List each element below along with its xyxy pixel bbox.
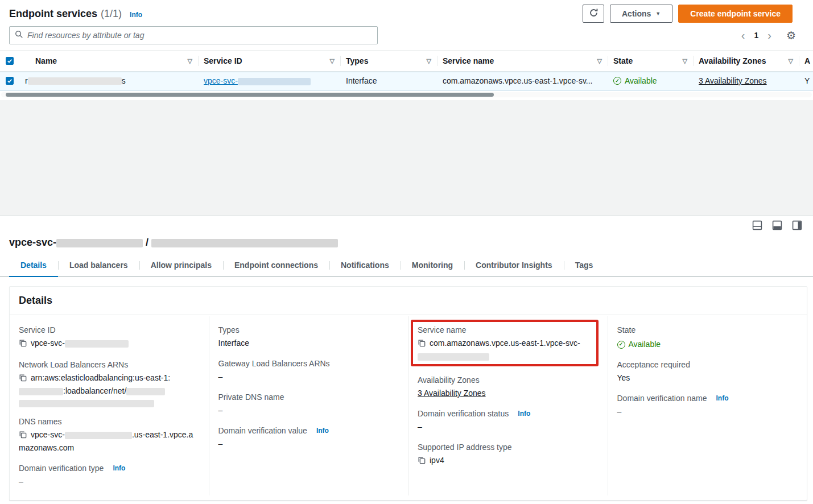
field-domain-verification-type: Domain verification type Info – (19, 464, 197, 488)
tab-notifications[interactable]: Notifications (329, 255, 401, 276)
current-page[interactable]: 1 (754, 31, 758, 40)
details-card-heading: Details (10, 287, 807, 315)
tab-allow-principals[interactable]: Allow principals (139, 255, 223, 276)
column-header-types[interactable]: Types ▽ (340, 51, 437, 71)
field-gateway-load-balancer-arns: Gateway Load Balancers ARNs – (218, 359, 397, 383)
header-info-link[interactable]: Info (130, 11, 142, 19)
sort-icon: ▽ (188, 57, 192, 65)
availability-zones-link[interactable]: 3 Availability Zones (699, 76, 767, 85)
copy-icon[interactable] (19, 430, 27, 442)
row-checkbox[interactable] (0, 77, 19, 85)
redacted-text (238, 78, 311, 85)
checkbox-checked-icon[interactable] (6, 57, 14, 65)
copy-icon[interactable] (19, 373, 27, 385)
status-badge: ✓ Available (617, 338, 661, 350)
search-box[interactable] (9, 26, 378, 44)
sort-icon: ▽ (683, 57, 687, 65)
copy-icon[interactable] (19, 338, 27, 350)
sort-icon: ▽ (427, 57, 431, 65)
availability-zones-link[interactable]: 3 Availability Zones (418, 389, 486, 398)
details-column-1: Service ID vpce-svc- Network Load Balanc… (10, 316, 209, 495)
page-title: Endpoint services (9, 8, 97, 20)
tab-monitoring[interactable]: Monitoring (401, 255, 464, 276)
field-supported-ip-address-type: Supported IP address type ipv4 (418, 443, 596, 468)
redacted-text (19, 388, 63, 395)
redacted-text (56, 239, 143, 247)
chevron-down-icon: ▼ (655, 11, 661, 16)
redacted-text (418, 353, 489, 361)
info-link[interactable]: Info (518, 410, 530, 418)
select-all-checkbox[interactable] (0, 57, 19, 65)
column-header-partial[interactable]: A (799, 51, 813, 71)
details-card: Details Service ID vpce-svc- Network Loa… (9, 286, 807, 501)
row-service-id: vpce-svc- (198, 76, 340, 85)
copy-icon[interactable] (418, 456, 426, 468)
next-page-button[interactable]: › (767, 30, 771, 41)
redacted-text (19, 400, 154, 407)
field-domain-verification-value: Domain verification value Info – (218, 426, 397, 450)
row-service-name: com.amazonaws.vpce.us-east-1.vpce-sv... (437, 76, 608, 85)
create-endpoint-service-button[interactable]: Create endpoint service (678, 5, 793, 23)
info-link[interactable]: Info (113, 464, 125, 472)
panel-position-split-icon[interactable] (772, 220, 783, 231)
status-badge: ✓ Available (613, 76, 657, 85)
field-service-name: Service name com.amazonaws.vpce.us-east-… (418, 325, 596, 361)
detail-split-panel: vpce-svc- / Details Load balancers Allow… (0, 216, 813, 504)
detail-tabs: Details Load balancers Allow principals … (0, 255, 813, 277)
details-column-3: Service name com.amazonaws.vpce.us-east-… (408, 316, 608, 495)
column-header-service-name[interactable]: Service name ▽ (437, 51, 608, 71)
copy-icon[interactable] (418, 338, 426, 350)
row-state: ✓ Available (608, 76, 693, 85)
redacted-text (126, 388, 165, 395)
panel-position-side-icon[interactable] (792, 220, 803, 231)
info-link[interactable]: Info (316, 427, 329, 435)
scrollbar-thumb[interactable] (6, 93, 494, 97)
row-availability-zones: 3 Availability Zones (693, 76, 799, 85)
field-dns-names: DNS names vpce-svc-.us-east-1.vpce.amazo… (19, 417, 197, 454)
tab-details[interactable]: Details (9, 255, 58, 276)
redacted-text (65, 340, 129, 348)
check-circle-icon: ✓ (617, 341, 625, 349)
details-column-4: State ✓ Available Acceptance required Ye… (608, 316, 807, 495)
column-header-name[interactable]: Name ▽ (19, 51, 198, 71)
prev-page-button[interactable]: ‹ (741, 30, 745, 41)
search-input[interactable] (27, 31, 372, 40)
column-header-service-id[interactable]: Service ID ▽ (198, 51, 340, 71)
table-settings-gear-icon[interactable]: ⚙ (786, 30, 796, 41)
tab-tags[interactable]: Tags (564, 255, 605, 276)
panel-position-bottom-icon[interactable] (752, 220, 764, 231)
refresh-icon (589, 8, 599, 19)
column-header-state[interactable]: State ▽ (608, 51, 693, 71)
sort-icon: ▽ (789, 57, 793, 65)
field-domain-verification-name: Domain verification name Info – (617, 394, 796, 418)
field-service-id: Service ID vpce-svc- (19, 325, 197, 350)
service-id-link[interactable]: vpce-svc- (204, 76, 311, 85)
list-header: Endpoint services (1/1) Info Actions ▼ C… (0, 0, 813, 25)
sort-icon: ▽ (330, 57, 335, 65)
info-link[interactable]: Info (716, 394, 728, 402)
field-domain-verification-status: Domain verification status Info – (418, 409, 596, 433)
checkbox-checked-icon[interactable] (6, 77, 14, 85)
tab-load-balancers[interactable]: Load balancers (58, 255, 139, 276)
table-header-row: Name ▽ Service ID ▽ Types ▽ Service name… (0, 50, 813, 72)
tab-endpoint-connections[interactable]: Endpoint connections (223, 255, 329, 276)
aws-console-endpoint-services: Endpoint services (1/1) Info Actions ▼ C… (0, 0, 813, 504)
column-header-availability-zones[interactable]: Availability Zones ▽ (693, 51, 799, 71)
details-column-2: Types Interface Gateway Load Balancers A… (209, 316, 408, 495)
actions-dropdown-button[interactable]: Actions ▼ (610, 5, 672, 23)
toolbar: ‹ 1 › ⚙ (0, 25, 813, 50)
table-row[interactable]: rs vpce-svc- Interface com.amazonaws.vpc… (0, 72, 813, 90)
field-acceptance-required: Acceptance required Yes (617, 360, 796, 384)
sort-icon: ▽ (597, 57, 602, 65)
redacted-text (28, 77, 122, 85)
row-name: rs (19, 76, 198, 85)
content-background (0, 100, 813, 216)
tab-contributor-insights[interactable]: Contributor Insights (464, 255, 564, 276)
horizontal-scrollbar[interactable] (1, 92, 812, 97)
field-availability-zones: Availability Zones 3 Availability Zones (418, 375, 596, 399)
panel-layout-buttons (752, 220, 803, 231)
row-partial: Y (799, 76, 813, 85)
redacted-text (151, 239, 338, 247)
field-network-load-balancer-arns: Network Load Balancers ARNs arn:aws:elas… (19, 360, 197, 407)
refresh-button[interactable] (583, 5, 604, 23)
